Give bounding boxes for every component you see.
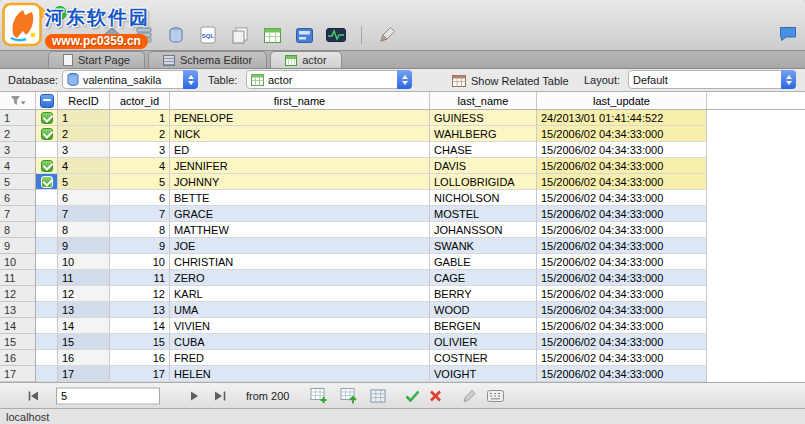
last-record-button[interactable] bbox=[214, 390, 227, 401]
close-window-button[interactable] bbox=[9, 6, 23, 20]
first-record-button[interactable] bbox=[27, 390, 40, 401]
cell-last-update[interactable]: 15/2006/02 04:34:33:000 bbox=[537, 206, 707, 222]
pencil-tool-button[interactable] bbox=[375, 24, 399, 46]
cell-actor-id[interactable]: 3 bbox=[110, 142, 170, 158]
cell-actor-id[interactable]: 10 bbox=[110, 254, 170, 270]
cell-last-update[interactable]: 15/2006/02 04:34:33:000 bbox=[537, 318, 707, 334]
cell-last-update[interactable]: 15/2006/02 04:34:33:000 bbox=[537, 350, 707, 366]
cell-last-name[interactable]: GABLE bbox=[430, 254, 537, 270]
cell-recid[interactable]: 7 bbox=[58, 206, 110, 222]
cell-first-name[interactable]: NICK bbox=[170, 126, 430, 142]
cell-recid[interactable]: 4 bbox=[58, 158, 110, 174]
minimize-window-button[interactable] bbox=[31, 6, 45, 20]
row-number[interactable]: 15 bbox=[0, 334, 36, 350]
cell-recid[interactable]: 6 bbox=[58, 190, 110, 206]
row-checkbox[interactable] bbox=[36, 286, 58, 302]
database-button[interactable] bbox=[164, 24, 188, 46]
discard-changes-button[interactable] bbox=[429, 389, 442, 402]
cell-actor-id[interactable]: 9 bbox=[110, 238, 170, 254]
filter-header-cell[interactable] bbox=[0, 92, 36, 109]
cell-recid[interactable]: 5 bbox=[58, 174, 110, 190]
column-header-recid[interactable]: RecID bbox=[58, 92, 110, 109]
cell-last-name[interactable]: BERGEN bbox=[430, 318, 537, 334]
tab-start-page[interactable]: Start Page bbox=[48, 51, 145, 68]
cell-actor-id[interactable]: 7 bbox=[110, 206, 170, 222]
table-row[interactable]: 111PENELOPEGUINESS24/2013/01 01:41:44:52… bbox=[0, 110, 805, 126]
row-checkbox[interactable] bbox=[36, 238, 58, 254]
cell-first-name[interactable]: KARL bbox=[170, 286, 430, 302]
cell-recid[interactable]: 17 bbox=[58, 366, 110, 382]
cell-last-update[interactable]: 15/2006/02 04:34:33:000 bbox=[537, 366, 707, 382]
row-checkbox[interactable] bbox=[36, 206, 58, 222]
add-record-button[interactable] bbox=[310, 387, 328, 404]
cell-last-name[interactable]: NICHOLSON bbox=[430, 190, 537, 206]
row-checkbox[interactable] bbox=[36, 142, 58, 158]
cell-last-name[interactable]: WAHLBERG bbox=[430, 126, 537, 142]
table-row[interactable]: 777GRACEMOSTEL15/2006/02 04:34:33:000 bbox=[0, 206, 805, 222]
cell-recid[interactable]: 9 bbox=[58, 238, 110, 254]
cell-last-name[interactable]: VOIGHT bbox=[430, 366, 537, 382]
row-checkbox[interactable] bbox=[36, 174, 58, 190]
row-number[interactable]: 17 bbox=[0, 366, 36, 382]
cell-recid[interactable]: 8 bbox=[58, 222, 110, 238]
cell-last-name[interactable]: GUINESS bbox=[430, 110, 537, 126]
cell-first-name[interactable]: JOHNNY bbox=[170, 174, 430, 190]
table-row[interactable]: 333EDCHASE15/2006/02 04:34:33:000 bbox=[0, 142, 805, 158]
cell-actor-id[interactable]: 4 bbox=[110, 158, 170, 174]
table-select[interactable]: actor bbox=[246, 70, 412, 89]
table-row[interactable]: 111111ZEROCAGE15/2006/02 04:34:33:000 bbox=[0, 270, 805, 286]
row-number[interactable]: 9 bbox=[0, 238, 36, 254]
row-number[interactable]: 14 bbox=[0, 318, 36, 334]
tab-schema-editor[interactable]: Schema Editor bbox=[148, 51, 267, 68]
table-row[interactable]: 151515CUBAOLIVIER15/2006/02 04:34:33:000 bbox=[0, 334, 805, 350]
row-number[interactable]: 6 bbox=[0, 190, 36, 206]
row-number[interactable]: 10 bbox=[0, 254, 36, 270]
cell-last-update[interactable]: 15/2006/02 04:34:33:000 bbox=[537, 190, 707, 206]
cell-actor-id[interactable]: 15 bbox=[110, 334, 170, 350]
cell-actor-id[interactable]: 16 bbox=[110, 350, 170, 366]
table-row[interactable]: 161616FREDCOSTNER15/2006/02 04:34:33:000 bbox=[0, 350, 805, 366]
cell-actor-id[interactable]: 11 bbox=[110, 270, 170, 286]
cell-first-name[interactable]: BETTE bbox=[170, 190, 430, 206]
database-select[interactable]: valentina_sakila bbox=[62, 70, 198, 89]
row-number[interactable]: 11 bbox=[0, 270, 36, 286]
table-row[interactable]: 555JOHNNYLOLLOBRIGIDA15/2006/02 04:34:33… bbox=[0, 174, 805, 190]
cell-recid[interactable]: 3 bbox=[58, 142, 110, 158]
cell-last-name[interactable]: BERRY bbox=[430, 286, 537, 302]
column-header-last_name[interactable]: last_name bbox=[430, 92, 537, 109]
cell-first-name[interactable]: HELEN bbox=[170, 366, 430, 382]
column-header-last_update[interactable]: last_update bbox=[537, 92, 707, 109]
row-number[interactable]: 12 bbox=[0, 286, 36, 302]
column-header-actor_id[interactable]: actor_id bbox=[110, 92, 170, 109]
cell-recid[interactable]: 13 bbox=[58, 302, 110, 318]
cell-last-update[interactable]: 15/2006/02 04:34:33:000 bbox=[537, 142, 707, 158]
delete-record-button[interactable] bbox=[370, 389, 387, 403]
feedback-button[interactable] bbox=[779, 26, 797, 45]
select-all-checkbox[interactable] bbox=[36, 92, 58, 109]
cell-first-name[interactable]: JENNIFER bbox=[170, 158, 430, 174]
cell-last-update[interactable]: 15/2006/02 04:34:33:000 bbox=[537, 254, 707, 270]
row-number[interactable]: 1 bbox=[0, 110, 36, 126]
cell-last-update[interactable]: 15/2006/02 04:34:33:000 bbox=[537, 174, 707, 190]
cell-first-name[interactable]: ED bbox=[170, 142, 430, 158]
row-number[interactable]: 13 bbox=[0, 302, 36, 318]
cell-actor-id[interactable]: 1 bbox=[110, 110, 170, 126]
cell-first-name[interactable]: GRACE bbox=[170, 206, 430, 222]
table-row[interactable]: 222NICKWAHLBERG15/2006/02 04:34:33:000 bbox=[0, 126, 805, 142]
cell-actor-id[interactable]: 13 bbox=[110, 302, 170, 318]
table-row[interactable]: 444JENNIFERDAVIS15/2006/02 04:34:33:000 bbox=[0, 158, 805, 174]
table-row[interactable]: 121212KARLBERRY15/2006/02 04:34:33:000 bbox=[0, 286, 805, 302]
cell-last-update[interactable]: 24/2013/01 01:41:44:522 bbox=[537, 110, 707, 126]
cell-actor-id[interactable]: 14 bbox=[110, 318, 170, 334]
cell-last-name[interactable]: CHASE bbox=[430, 142, 537, 158]
cell-last-name[interactable]: COSTNER bbox=[430, 350, 537, 366]
cell-last-update[interactable]: 15/2006/02 04:34:33:000 bbox=[537, 158, 707, 174]
row-checkbox[interactable] bbox=[36, 254, 58, 270]
cell-actor-id[interactable]: 2 bbox=[110, 126, 170, 142]
cell-actor-id[interactable]: 17 bbox=[110, 366, 170, 382]
cell-actor-id[interactable]: 8 bbox=[110, 222, 170, 238]
cell-first-name[interactable]: UMA bbox=[170, 302, 430, 318]
cell-last-name[interactable]: SWANK bbox=[430, 238, 537, 254]
tab-actor[interactable]: actor bbox=[270, 51, 341, 68]
accept-changes-button[interactable] bbox=[405, 390, 420, 402]
